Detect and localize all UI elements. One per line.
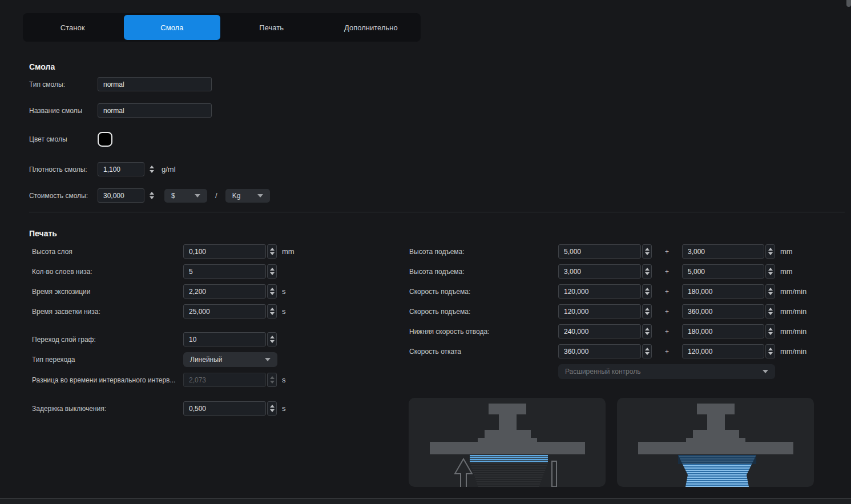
spinner-up-icon[interactable]: [768, 248, 773, 251]
lift-height-2a-input[interactable]: [558, 264, 641, 279]
spinner-up-icon[interactable]: [270, 308, 275, 311]
tab-print[interactable]: Печать: [224, 15, 320, 40]
spinner-down-icon[interactable]: [150, 170, 154, 173]
lift-speed-2a-input[interactable]: [558, 304, 641, 318]
spinner-down-icon[interactable]: [645, 352, 650, 355]
caret-down-icon: [195, 194, 200, 197]
spinner-down-icon[interactable]: [645, 332, 650, 335]
spinner-up-icon[interactable]: [645, 268, 650, 271]
spinner-up-icon[interactable]: [270, 405, 275, 408]
resin-type-input[interactable]: [98, 77, 212, 91]
spinner-up-icon[interactable]: [768, 328, 773, 330]
spinner-down-icon[interactable]: [270, 340, 275, 343]
spinner-down-icon[interactable]: [270, 312, 275, 315]
spinner-up-icon[interactable]: [645, 348, 650, 350]
tab-resin[interactable]: Смола: [124, 15, 220, 40]
resin-cost-spinner[interactable]: [147, 188, 156, 203]
spinner-up-icon[interactable]: [645, 288, 650, 291]
bottom-layers-input[interactable]: [183, 264, 266, 279]
spinner-down-icon[interactable]: [645, 292, 650, 295]
spinner-up-icon[interactable]: [645, 308, 650, 311]
retract-speed-a-spinner[interactable]: [642, 344, 652, 358]
lift-height-2b-spinner[interactable]: [765, 264, 775, 279]
resin-name-input[interactable]: [98, 103, 212, 118]
bottom-exposure-input[interactable]: [183, 304, 266, 318]
spinner-up-icon[interactable]: [645, 248, 650, 251]
lift-height-2a-spinner[interactable]: [642, 264, 652, 279]
spinner-up-icon[interactable]: [768, 288, 773, 291]
caret-down-icon: [257, 194, 263, 197]
spinner-down-icon[interactable]: [270, 272, 275, 275]
retract-speed-b-input[interactable]: [682, 344, 764, 358]
print-section-title: Печать: [29, 229, 57, 238]
spinner-down-icon[interactable]: [768, 312, 773, 315]
currency-select[interactable]: $: [164, 189, 207, 203]
bottom-retract-speed-b-spinner[interactable]: [765, 324, 775, 338]
lift-speed-1b-input[interactable]: [682, 284, 764, 299]
layer-height-spinner[interactable]: [267, 244, 277, 259]
spinner-down-icon[interactable]: [645, 252, 650, 255]
lift-speed-2b-input[interactable]: [682, 304, 764, 318]
transition-layers-spinner[interactable]: [267, 332, 277, 346]
transition-type-select[interactable]: Линейный: [183, 352, 277, 367]
spinner-down-icon[interactable]: [768, 272, 773, 275]
spinner-down-icon[interactable]: [270, 252, 275, 255]
retract-speed-a-input[interactable]: [558, 344, 641, 358]
spinner-down-icon[interactable]: [768, 292, 773, 295]
spinner-up-icon[interactable]: [150, 192, 154, 195]
exposure-time-spinner[interactable]: [267, 284, 277, 299]
advanced-control-select[interactable]: Расширенный контроль: [558, 364, 775, 379]
bottom-retract-speed-b-input[interactable]: [682, 324, 764, 338]
lift-height-1a-input[interactable]: [558, 244, 641, 259]
transition-layers-input[interactable]: [183, 332, 266, 346]
lift-height-2-label: Высота подъема:: [409, 268, 558, 276]
tab-advanced[interactable]: Дополнительно: [323, 15, 419, 40]
printer-retract-diagram: [617, 398, 814, 487]
lift-height-2b-input[interactable]: [682, 264, 764, 279]
spinner-down-icon[interactable]: [270, 409, 275, 412]
spinner-down-icon[interactable]: [645, 272, 650, 275]
resin-density-spinner[interactable]: [147, 162, 156, 176]
spinner-down-icon[interactable]: [768, 332, 773, 335]
spinner-up-icon[interactable]: [150, 166, 154, 168]
weight-unit-select[interactable]: Kg: [225, 189, 270, 203]
lift-speed-2b-spinner[interactable]: [765, 304, 775, 318]
spinner-down-icon: [270, 381, 275, 384]
resin-color-swatch[interactable]: [98, 132, 112, 147]
spinner-down-icon[interactable]: [270, 292, 275, 295]
retract-speed-b-spinner[interactable]: [765, 344, 775, 358]
exposure-time-input[interactable]: [183, 284, 266, 299]
tab-machine[interactable]: Станок: [25, 15, 120, 40]
lift-speed-1a-input[interactable]: [558, 284, 641, 299]
lift-height-1a-spinner[interactable]: [642, 244, 652, 259]
layer-height-input[interactable]: [183, 244, 266, 259]
bottom-exposure-spinner[interactable]: [267, 304, 277, 318]
lift-height-1b-input[interactable]: [682, 244, 764, 259]
spinner-up-icon[interactable]: [768, 308, 773, 311]
spinner-down-icon[interactable]: [768, 352, 773, 355]
lift-speed-1a-spinner[interactable]: [642, 284, 652, 299]
bottom-layers-spinner[interactable]: [267, 264, 277, 279]
spinner-down-icon[interactable]: [768, 252, 773, 255]
spinner-up-icon[interactable]: [768, 268, 773, 271]
light-off-delay-input[interactable]: [183, 401, 266, 416]
transition-type-value: Линейный: [190, 356, 223, 364]
spinner-up-icon[interactable]: [270, 336, 275, 338]
spinner-up-icon[interactable]: [645, 328, 650, 330]
spinner-up-icon[interactable]: [270, 288, 275, 291]
lift-height-1b-spinner[interactable]: [765, 244, 775, 259]
light-off-delay-unit: s: [282, 404, 286, 413]
resin-cost-input[interactable]: [98, 188, 144, 203]
lift-speed-2a-spinner[interactable]: [642, 304, 652, 318]
spinner-up-icon[interactable]: [768, 348, 773, 350]
spinner-up-icon[interactable]: [270, 268, 275, 271]
spinner-down-icon[interactable]: [150, 196, 154, 199]
scrollbar-thumb[interactable]: [846, 0, 851, 7]
spinner-up-icon[interactable]: [270, 248, 275, 251]
light-off-delay-spinner[interactable]: [267, 401, 277, 416]
bottom-retract-speed-a-spinner[interactable]: [642, 324, 652, 338]
lift-speed-1b-spinner[interactable]: [765, 284, 775, 299]
spinner-down-icon[interactable]: [645, 312, 650, 315]
bottom-retract-speed-a-input[interactable]: [558, 324, 641, 338]
resin-density-input[interactable]: [98, 162, 144, 176]
